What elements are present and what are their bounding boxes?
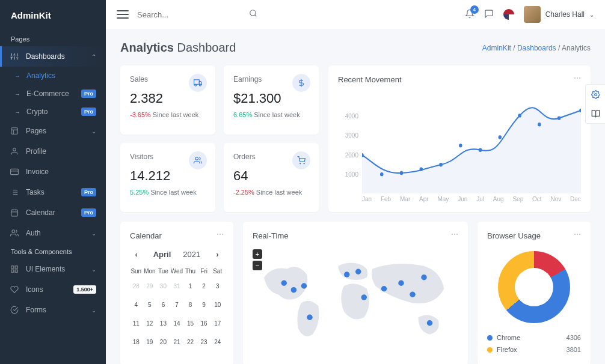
cart-icon [292,151,310,169]
search-input[interactable] [137,7,257,23]
zoom-out-button[interactable]: − [253,261,262,270]
svg-line-31 [255,14,257,16]
sidebar-item-label: Tasks [26,188,45,196]
sidebar-item-label: Profile [26,147,46,156]
section-pages: Pages [0,31,106,46]
sidebar-item-tasks[interactable]: TasksPro [0,182,106,202]
calendar-day[interactable]: 11 [130,315,143,332]
calendar-day[interactable]: 1 [184,278,197,295]
stat-earnings: Earnings $21.300 6.65%Since last week [224,65,319,135]
sidebar-item-ui[interactable]: UI Elements⌄ [0,259,106,279]
svg-point-58 [361,294,367,300]
card-menu-button[interactable]: ⋯ [217,230,225,238]
user-menu[interactable]: Charles Hall ⌄ [524,6,594,23]
stat-orders: Orders 64 -2.25%Since last week [224,143,319,212]
settings-button[interactable] [586,85,605,104]
svg-point-55 [307,315,313,321]
calendar-month: April [153,250,171,259]
legend-swatch [487,347,493,353]
calendar-day[interactable]: 14 [171,315,183,332]
calendar-day[interactable]: 2 [198,278,210,295]
calendar-day[interactable]: 13 [157,315,170,332]
calendar-day[interactable]: 31 [171,278,183,295]
calendar-day[interactable]: 23 [198,333,210,351]
stat-delta: 5.25%Since last week [130,189,206,196]
calendar-day[interactable]: 4 [130,296,143,314]
calendar-card: Calendar ⋯ ‹ April 2021 › SunMonTueWedTh… [120,222,233,364]
calendar-day[interactable]: 12 [144,315,156,332]
stat-delta: -3.65%Since last week [130,111,206,118]
svg-point-45 [459,144,462,147]
prev-month-button[interactable]: ‹ [131,250,141,259]
notification-badge: 4 [470,5,479,14]
zoom-in-button[interactable]: + [253,249,262,259]
y-axis: 4000300020001000 [338,113,358,178]
notifications-button[interactable]: 4 [465,9,474,20]
users-icon [189,151,207,169]
stat-delta: 6.65%Since last week [233,111,309,118]
svg-point-60 [398,281,404,287]
sidebar-item-calendar[interactable]: CalendarPro [0,202,106,223]
sidebar-item-auth[interactable]: Auth⌄ [0,223,106,243]
calendar-day[interactable]: 10 [211,296,224,314]
check-circle-icon [10,305,19,315]
card-menu-button[interactable]: ⋯ [574,74,582,82]
card-title: Real-Time [253,231,458,240]
card-menu-button[interactable]: ⋯ [574,230,582,238]
calendar-day[interactable]: 7 [171,296,183,314]
x-axis: JanFebMarAprMayJunJulAugSepOctNovDec [338,196,581,202]
sidebar-item-invoice[interactable]: Invoice [0,162,106,182]
docs-button[interactable] [586,104,605,123]
calendar-day[interactable]: 5 [144,296,156,314]
calendar-day[interactable]: 17 [211,315,224,332]
stat-value: 2.382 [130,91,206,106]
stat-delta: -2.25%Since last week [233,189,309,196]
search-field[interactable] [137,7,257,23]
calendar-day[interactable]: 24 [211,333,224,351]
truck-icon [189,74,207,92]
sidebar-sub-ecommerce[interactable]: E-CommercePro [0,85,106,103]
sidebar-item-forms[interactable]: Forms⌄ [0,300,106,320]
topbar: 4 Charles Hall ⌄ [106,0,605,29]
pro-badge: Pro [81,108,96,116]
sidebar-sub-crypto[interactable]: CryptoPro [0,103,106,121]
calendar-day[interactable]: 30 [157,278,170,295]
calendar-day[interactable]: 29 [144,278,156,295]
world-map[interactable] [253,240,458,354]
calendar-day[interactable]: 3 [211,278,224,295]
breadcrumb-link[interactable]: Dashboards [517,44,556,52]
sidebar-item-label: Calendar [26,208,55,217]
messages-button[interactable] [484,9,494,20]
calendar-day[interactable]: 16 [198,315,210,332]
menu-toggle-icon[interactable] [117,10,129,19]
donut-chart [498,251,570,323]
calendar-day[interactable]: 15 [184,315,197,332]
calendar-day[interactable]: 19 [144,333,156,351]
sidebar-item-profile[interactable]: Profile [0,141,106,162]
calendar-day[interactable]: 21 [171,333,183,351]
sidebar-sub-analytics[interactable]: Analytics [0,67,106,85]
sidebar-item-pages[interactable]: Pages⌄ [0,121,106,141]
language-flag[interactable] [503,9,514,20]
svg-point-46 [479,148,482,152]
sidebar-item-dashboards[interactable]: Dashboards ⌃ [0,46,106,67]
calendar-day[interactable]: 9 [198,296,210,314]
user-name: Charles Hall [545,10,585,19]
calendar-day[interactable]: 20 [157,333,170,351]
search-icon[interactable] [249,9,257,19]
calendar-day[interactable]: 18 [130,333,143,351]
sidebar-item-icons[interactable]: Icons1.500+ [0,279,106,300]
brand[interactable]: AdminKit [0,0,106,31]
sidebar-sub-label: Analytics [26,71,55,80]
calendar-day[interactable]: 6 [157,296,170,314]
svg-rect-13 [11,169,19,174]
svg-rect-21 [11,210,18,216]
breadcrumb-link[interactable]: AdminKit [482,44,511,52]
calendar-icon [10,208,19,217]
calendar-day[interactable]: 8 [184,296,197,314]
next-month-button[interactable]: › [212,250,222,259]
card-menu-button[interactable]: ⋯ [451,230,459,238]
calendar-day[interactable]: 28 [130,278,143,295]
calendar-day[interactable]: 22 [184,333,197,351]
legend-swatch [487,335,493,341]
